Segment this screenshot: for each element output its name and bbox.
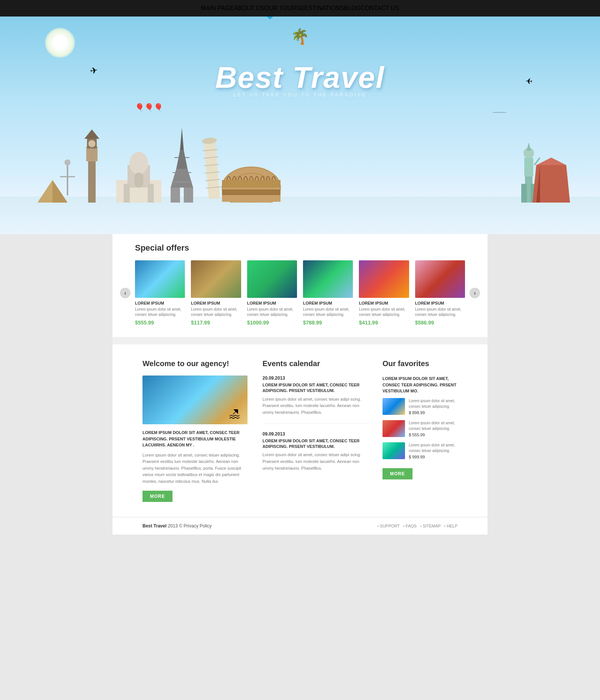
offer-card-2: LOREM IPSUM Lorem ipsum dolor sit amet, … xyxy=(191,260,241,326)
events-title: Events calendar xyxy=(262,359,368,368)
main-content-section: Welcome to our agency! LOREM IPSUM DOLOR… xyxy=(112,344,488,517)
fav-image-2 xyxy=(382,420,405,437)
svg-rect-2 xyxy=(67,165,68,195)
footer-copy: 2013 © Privacy Policy xyxy=(168,523,212,529)
svg-marker-42 xyxy=(526,143,531,151)
fav-image-3 xyxy=(382,442,405,459)
offer-desc-6: Lorem ipsum dolor sit amet, consec tetue… xyxy=(415,307,465,317)
event-title-2: LOREM IPSUM DOLOR SIT AMET, CONSEC TEER … xyxy=(262,438,368,450)
svg-rect-5 xyxy=(88,158,96,203)
carousel-prev-button[interactable]: ‹ xyxy=(120,288,130,298)
offer-image-1 xyxy=(135,260,185,298)
footer-brand: Best Travel xyxy=(142,523,166,529)
welcome-body-text: Lorem ipsum dolor sit amet, consec tetue… xyxy=(142,452,248,485)
offer-price-3: $1000.99 xyxy=(247,320,297,326)
nav-bar: MAIN PAGE ABOUT US OUR TOURS DESTINATION… xyxy=(0,0,600,17)
hero-title: Best Travel xyxy=(215,60,385,95)
welcome-more-button[interactable]: MORE xyxy=(142,491,172,502)
fav-price-3: $ 999.99 xyxy=(409,455,458,459)
offer-image-2 xyxy=(191,260,241,298)
event-item-2: 09.09.2013 LOREM IPSUM DOLOR SIT AMET, C… xyxy=(262,431,368,472)
offer-desc-1: Lorem ipsum dolor sit amet, consec tetue… xyxy=(135,307,185,317)
svg-rect-15 xyxy=(148,184,154,203)
nav-destinations[interactable]: DESTINATIONS xyxy=(300,5,344,12)
welcome-image xyxy=(142,376,248,424)
offer-desc-4: Lorem ipsum dolor sit amet, consec tetue… xyxy=(303,307,353,317)
event-item-1: 20.09.2013 LOREM IPSUM DOLOR SIT AMET, C… xyxy=(262,376,368,416)
favorites-bold-text: LOREM IPSUM DOLOR SIT AMET, CONSEC TEER … xyxy=(382,376,458,394)
welcome-title: Welcome to our agency! xyxy=(142,359,248,368)
event-date-2: 09.09.2013 xyxy=(262,431,368,437)
offer-title-1: LOREM IPSUM xyxy=(135,301,185,305)
offer-image-5 xyxy=(359,260,409,298)
footer-left: Best Travel 2013 © Privacy Policy xyxy=(142,523,212,529)
svg-marker-18 xyxy=(171,169,193,188)
airplane-left-icon: ✈ xyxy=(89,65,99,76)
section-divider xyxy=(112,337,488,344)
colosseum-icon xyxy=(221,150,281,204)
taj-mahal-icon xyxy=(116,143,161,204)
birds-icon: 〰〰〰 xyxy=(493,110,506,116)
svg-rect-20 xyxy=(184,188,193,203)
svg-marker-16 xyxy=(180,128,184,150)
offers-carousel-wrapper: ‹ LOREM IPSUM Lorem ipsum dolor sit amet… xyxy=(135,260,465,326)
offer-title-4: LOREM IPSUM xyxy=(303,301,353,305)
offer-price-5: $411.99 xyxy=(359,320,409,326)
event-text-1: Lorem ipsum dolor sit amet, consec tetue… xyxy=(262,396,368,416)
offer-price-1: $555.99 xyxy=(135,320,185,326)
nav-main-page[interactable]: MAIN PAGE xyxy=(201,5,234,12)
favorites-more-button[interactable]: MORE xyxy=(382,468,412,479)
svg-point-4 xyxy=(64,159,70,165)
footer-link-sitemap[interactable]: SITEMAP xyxy=(420,524,441,528)
offer-image-4 xyxy=(303,260,353,298)
svg-rect-38 xyxy=(521,184,527,203)
offer-price-2: $117.99 xyxy=(191,320,241,326)
footer-link-help[interactable]: HELP xyxy=(444,524,458,528)
svg-point-9 xyxy=(88,140,96,147)
nav-about-us[interactable]: ABOUT US xyxy=(234,5,264,12)
offer-card-1: LOREM IPSUM Lorem ipsum dolor sit amet, … xyxy=(135,260,185,326)
nav-our-tours[interactable]: OUR TOURS xyxy=(264,5,300,12)
fav-item-1: Lorem ipsum dolor sit amet, consec tetue… xyxy=(382,398,458,415)
svg-marker-45 xyxy=(536,158,566,165)
nav-indicator xyxy=(267,17,273,20)
offer-image-6 xyxy=(415,260,465,298)
event-date-1: 20.09.2013 xyxy=(262,376,368,381)
fav-text-2: Lorem ipsum dolor sit amet, consec tetue… xyxy=(409,420,458,431)
fav-item-2: Lorem ipsum dolor sit amet, consec tetue… xyxy=(382,420,458,437)
offer-title-6: LOREM IPSUM xyxy=(415,301,465,305)
nav-contact-us[interactable]: CONTACT US xyxy=(361,5,399,12)
offer-price-6: $586.99 xyxy=(415,320,465,326)
carousel-next-button[interactable]: › xyxy=(470,288,480,298)
offer-title-5: LOREM IPSUM xyxy=(359,301,409,305)
footer-links: SUPPORT FAQS SITEMAP HELP xyxy=(375,524,458,528)
offers-carousel: LOREM IPSUM Lorem ipsum dolor sit amet, … xyxy=(135,260,465,326)
svg-rect-40 xyxy=(524,158,533,176)
footer-link-faqs[interactable]: FAQS xyxy=(403,524,417,528)
fav-item-3: Lorem ipsum dolor sit amet, consec tetue… xyxy=(382,442,458,459)
special-offers-section: Special offers ‹ LOREM IPSUM Lorem ipsum… xyxy=(112,234,488,337)
svg-rect-14 xyxy=(124,184,130,203)
favorites-title: Our favorites xyxy=(382,359,458,368)
event-title-1: LOREM IPSUM DOLOR SIT AMET, CONSEC TEER … xyxy=(262,382,368,394)
offer-card-3: LOREM IPSUM Lorem ipsum dolor sit amet, … xyxy=(247,260,297,326)
mesa-icon xyxy=(532,158,570,204)
fav-text-1: Lorem ipsum dolor sit amet, consec tetue… xyxy=(409,398,458,409)
christ-statue-icon xyxy=(60,150,75,197)
offer-title-3: LOREM IPSUM xyxy=(247,301,297,305)
svg-rect-35 xyxy=(222,180,280,188)
hero-sun xyxy=(45,28,75,58)
footer-link-support[interactable]: SUPPORT xyxy=(377,524,400,528)
offer-desc-2: Lorem ipsum dolor sit amet, consec tetue… xyxy=(191,307,241,317)
fav-price-2: $ 555.99 xyxy=(409,433,458,437)
offer-desc-5: Lorem ipsum dolor sit amet, consec tetue… xyxy=(359,307,409,317)
svg-rect-36 xyxy=(222,189,280,195)
offer-image-3 xyxy=(247,260,297,298)
welcome-bold-text: LOREM IPSUM DOLOR SIT AMET, CONSEC TEER … xyxy=(142,430,248,448)
svg-rect-19 xyxy=(171,188,180,203)
nav-blog[interactable]: BLOG xyxy=(344,5,360,12)
svg-marker-17 xyxy=(176,150,188,169)
svg-rect-13 xyxy=(134,173,143,188)
special-offers-title: Special offers xyxy=(135,243,465,253)
svg-point-12 xyxy=(129,152,148,174)
